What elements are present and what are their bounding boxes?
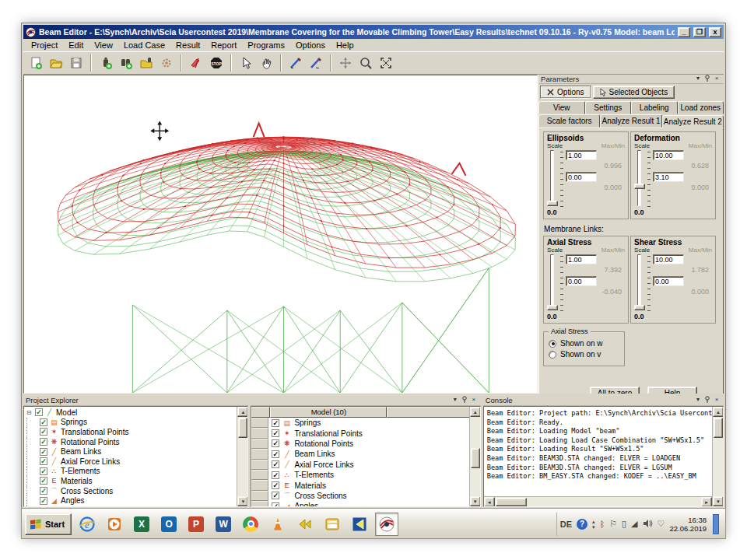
checkbox-icon[interactable]: ✓ (272, 429, 279, 437)
row-header-cell[interactable] (251, 501, 268, 507)
tree-item-t-elements[interactable]: ✓∴T-Elements (26, 467, 247, 477)
model-row-cross-sections[interactable]: ✓⌒Cross Sections (251, 491, 479, 501)
scroll-down-icon[interactable]: ▼ (713, 496, 724, 506)
tree-item-springs[interactable]: ✓▤Springs (26, 418, 247, 428)
checkbox-icon[interactable]: ✓ (40, 457, 47, 465)
ellipsoids-scale-input[interactable] (566, 150, 597, 160)
checkbox-icon[interactable]: ✓ (272, 439, 279, 447)
tab-options[interactable]: Options (540, 86, 591, 99)
tab-selected-objects[interactable]: Selected Objects (593, 86, 675, 99)
tab-analyze-result-2[interactable]: Analyze Result 2 (662, 115, 724, 128)
checkbox-icon[interactable]: ✓ (272, 460, 279, 468)
checkbox-icon[interactable]: ✓ (272, 419, 279, 427)
add-load-case-button[interactable] (96, 54, 115, 72)
checkbox-icon[interactable]: ✓ (272, 450, 279, 458)
console-hscroll[interactable]: ◄ ► (484, 496, 712, 506)
save-model-button[interactable] (67, 54, 86, 72)
vlc-icon[interactable] (266, 513, 289, 536)
checkbox-icon[interactable]: ✓ (40, 497, 47, 505)
deformation-offset-input[interactable] (653, 172, 684, 182)
open-model-button[interactable] (47, 54, 65, 72)
powerpoint-icon[interactable]: P (184, 513, 208, 536)
zoom-view-button[interactable] (356, 54, 375, 72)
select-cursor-button[interactable] (237, 54, 255, 72)
tree-item-model[interactable]: ⊟✓╱Model (26, 408, 247, 418)
tree-item-materials[interactable]: ✓EMaterials (26, 476, 247, 486)
model-row-translational-points[interactable]: ✓✶Translational Points (251, 428, 479, 438)
menu-programs[interactable]: Programs (243, 40, 289, 51)
status-tray-icon[interactable]: ♡ (658, 519, 665, 529)
console-log[interactable]: Beam Editor: Project path: E:\Synch\Arch… (484, 407, 723, 484)
row-header-cell[interactable] (251, 418, 268, 428)
checkbox-icon[interactable]: ✓ (40, 467, 47, 475)
model-row-springs[interactable]: ✓▤Springs (251, 418, 479, 428)
generate-gear-button[interactable] (157, 54, 176, 72)
dock-menu-icon[interactable]: ▾ (451, 396, 460, 404)
language-indicator[interactable]: DE (560, 520, 572, 529)
cut-red-button[interactable] (187, 54, 205, 72)
dock-menu-icon[interactable]: ▾ (693, 396, 703, 404)
clock[interactable]: 16:3822.06.2019 (669, 516, 708, 533)
media-player-icon[interactable] (103, 513, 126, 536)
network-tray-icon[interactable]: ◢ (631, 519, 637, 529)
flag-tray-icon[interactable]: ⚐ (609, 519, 617, 529)
ellipsoids-scale-slider[interactable] (547, 150, 558, 206)
checkbox-icon[interactable]: ✓ (40, 477, 47, 485)
model-row-rotational-points[interactable]: ✓❋Rotational Points (251, 439, 479, 449)
close-dock-icon[interactable]: × (712, 396, 721, 404)
stop-button[interactable]: STOP (207, 54, 226, 72)
chrome-icon[interactable] (239, 513, 262, 536)
tree-item-rotational-points[interactable]: ✓❋Rotational Points (26, 437, 247, 447)
checkbox-icon[interactable]: ✓ (272, 492, 279, 499)
restore-button[interactable]: ❐ (693, 27, 706, 37)
scroll-down-icon[interactable]: ▼ (237, 496, 248, 506)
grab-hand-button[interactable] (257, 54, 275, 72)
pin-icon[interactable] (703, 396, 712, 404)
bluetooth-tray-icon[interactable]: ᛒ (600, 520, 605, 529)
menu-report[interactable]: Report (206, 40, 241, 51)
row-header-cell[interactable] (251, 470, 268, 480)
tree-item-translational-points[interactable]: ✓✶Translational Points (26, 427, 247, 437)
tree-item-cross-sections[interactable]: ✓⌒Cross Sections (26, 486, 247, 496)
row-header-cell[interactable] (251, 449, 268, 459)
model-row-t-elements[interactable]: ✓∴T-Elements (251, 470, 479, 480)
menu-options[interactable]: Options (291, 40, 330, 51)
radio-button-icon[interactable] (549, 340, 556, 348)
model-row-axial-force-links[interactable]: ✓╱Axial Force Links (251, 460, 479, 470)
viewer-icon[interactable] (348, 513, 371, 536)
rotate-view-button[interactable] (336, 54, 355, 72)
scroll-right-icon[interactable]: ► (701, 497, 712, 507)
tab-analyze-result-1[interactable]: Analyze Result 1 (600, 114, 661, 128)
excel-icon[interactable]: X (130, 513, 153, 536)
ellipsoids-offset-input[interactable] (566, 172, 597, 182)
close-button[interactable]: x (709, 27, 721, 37)
checkbox-icon[interactable]: ✓ (40, 506, 47, 507)
shear-stress-scale-input[interactable] (653, 254, 684, 264)
tab-settings[interactable]: Settings (585, 101, 631, 114)
model-row-materials[interactable]: ✓EMaterials (251, 480, 479, 490)
tree-item-beam-links[interactable]: ✓╱Beam Links (26, 446, 247, 457)
menu-result[interactable]: Result (171, 40, 205, 51)
outlook-icon[interactable]: O (157, 513, 181, 536)
model-vscroll[interactable]: ▲ ▼ (469, 407, 480, 506)
project-explorer-vscroll[interactable]: ▲ ▼ (237, 407, 247, 506)
scroll-left-icon[interactable]: ◄ (484, 497, 495, 507)
beam-editor-app-icon[interactable] (375, 513, 398, 536)
radio-shown-on-v[interactable]: Shown on v (549, 350, 619, 359)
menu-edit[interactable]: Edit (64, 40, 88, 51)
expand-tray-icon[interactable]: ▴▾ (592, 519, 595, 530)
menu-help[interactable]: Help (331, 40, 359, 51)
scroll-up-icon[interactable]: ▲ (713, 407, 724, 417)
menu-load-case[interactable]: Load Case (119, 40, 170, 51)
pin-icon[interactable] (703, 75, 712, 83)
tree-item-angles[interactable]: ✓◢Angles (26, 495, 247, 506)
row-header-cell[interactable] (251, 439, 268, 449)
close-dock-icon[interactable]: × (712, 75, 721, 83)
model-row-beam-links[interactable]: ✓╱Beam Links (251, 449, 479, 459)
fit-view-button[interactable] (377, 54, 395, 72)
model-row-angles[interactable]: ✓◢Angles (251, 501, 479, 507)
show-desktop-button[interactable] (713, 514, 719, 534)
console-vscroll[interactable]: ▲ ▼ (712, 407, 723, 506)
start-button[interactable]: Start (25, 513, 72, 535)
row-header-cell[interactable] (251, 480, 268, 490)
